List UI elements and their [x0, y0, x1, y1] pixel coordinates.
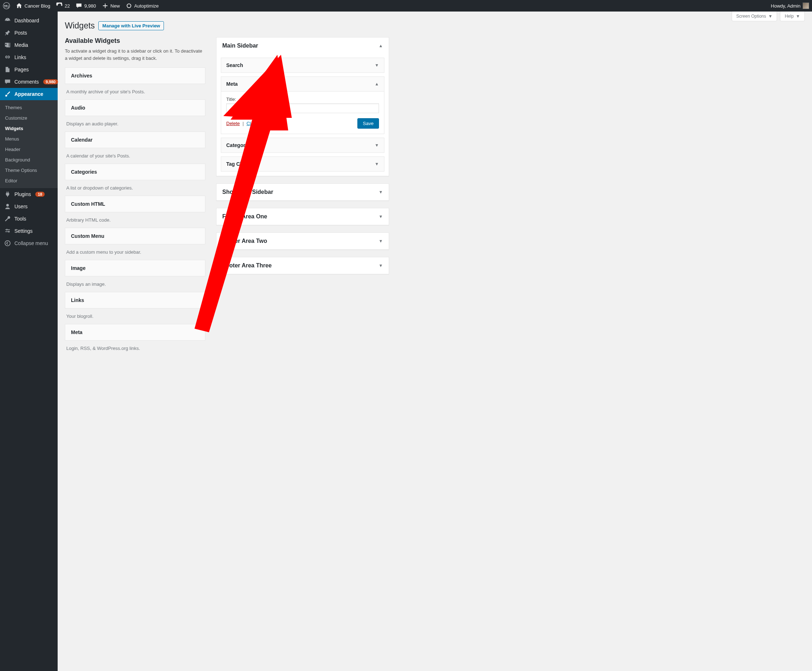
howdy-text: Howdy, Admin [771, 3, 800, 9]
screen-options-button[interactable]: Screen Options ▼ [732, 12, 777, 21]
chevron-down-icon: ▼ [379, 238, 383, 244]
wp-logo-link[interactable] [3, 2, 10, 9]
collapse-label: Collapse menu [14, 240, 48, 246]
chevron-up-icon: ▲ [379, 43, 383, 48]
menu-users-label: Users [14, 204, 28, 209]
placed-widget-meta-header[interactable]: Meta▲ [221, 77, 384, 91]
live-preview-button[interactable]: Manage with Live Preview [99, 21, 164, 30]
refresh-icon [56, 3, 63, 9]
meta-title-input[interactable] [226, 104, 379, 113]
link-icon [4, 54, 11, 61]
submenu-header[interactable]: Header [0, 144, 58, 155]
available-widget-categories[interactable]: CategoriesA list or dropdown of categori… [65, 163, 206, 191]
chevron-down-icon: ▼ [379, 189, 383, 194]
submenu-background[interactable]: Background [0, 155, 58, 165]
help-button[interactable]: Help ▼ [780, 12, 805, 21]
submenu-menus[interactable]: Menus [0, 134, 58, 144]
menu-dashboard[interactable]: Dashboard [0, 14, 58, 27]
available-widget-image[interactable]: ImageDisplays an image. [65, 260, 206, 287]
chevron-down-icon: ▼ [379, 263, 383, 268]
menu-appearance[interactable]: Appearance [0, 88, 58, 100]
admin-menu: Dashboard Posts Media Links Pages Commen… [0, 12, 58, 671]
account-link[interactable]: Howdy, Admin [771, 3, 809, 9]
screen-meta: Screen Options ▼ Help ▼ [732, 12, 805, 21]
plus-icon [102, 3, 109, 9]
menu-dashboard-label: Dashboard [14, 18, 39, 24]
menu-posts-label: Posts [14, 30, 27, 36]
page-title: Widgets [65, 21, 95, 31]
menu-pages[interactable]: Pages [0, 63, 58, 76]
updates-link[interactable]: 22 [56, 3, 70, 9]
submenu-widgets[interactable]: Widgets [0, 123, 58, 134]
site-name: Cancer Blog [24, 3, 51, 9]
menu-links[interactable]: Links [0, 51, 58, 63]
media-icon [4, 42, 11, 48]
appearance-submenu: Themes Customize Widgets Menus Header Ba… [0, 100, 58, 188]
available-widget-meta[interactable]: MetaLogin, RSS, & WordPress.org links. [65, 324, 206, 351]
meta-delete-link[interactable]: Delete [226, 121, 240, 126]
chevron-down-icon: ▼ [768, 14, 773, 19]
placed-widget-categories-header[interactable]: Categories▼ [221, 138, 384, 152]
sliders-icon [4, 228, 11, 234]
chevron-down-icon: ▼ [375, 162, 379, 167]
meta-save-button[interactable]: Save [357, 118, 379, 129]
menu-settings[interactable]: Settings [0, 225, 58, 237]
chevron-down-icon: ▼ [375, 143, 379, 148]
autoptimize-link[interactable]: Autoptimize [126, 3, 159, 9]
menu-plugins[interactable]: Plugins 18 [0, 188, 58, 200]
menu-comments-label: Comments [14, 79, 39, 85]
menu-tools[interactable]: Tools [0, 213, 58, 225]
sidebar-footer2-header[interactable]: Footer Area Two▼ [216, 233, 389, 249]
sidebar-main-header[interactable]: Main Sidebar ▲ [216, 37, 389, 54]
available-widget-calendar[interactable]: CalendarA calendar of your site's Posts. [65, 131, 206, 158]
plugins-badge: 18 [35, 192, 45, 197]
available-widget-custom-html[interactable]: Custom HTMLArbitrary HTML code. [65, 196, 206, 223]
updates-count: 22 [65, 3, 70, 9]
sidebar-footer3-header[interactable]: Footer Area Three▼ [216, 257, 389, 274]
submenu-customize[interactable]: Customize [0, 113, 58, 123]
sidebar-footer3: Footer Area Three▼ [216, 257, 389, 274]
menu-pages-label: Pages [14, 66, 29, 72]
menu-media-label: Media [14, 42, 28, 48]
comment-icon [76, 3, 82, 9]
submenu-theme-options[interactable]: Theme Options [0, 165, 58, 175]
placed-widget-search-header[interactable]: Search▼ [221, 58, 384, 72]
available-widget-links[interactable]: LinksYour blogroll. [65, 292, 206, 319]
available-widgets-title: Available Widgets [65, 37, 206, 45]
placed-widget-tag-cloud-header[interactable]: Tag Cloud▼ [221, 157, 384, 171]
pushpin-icon [4, 29, 11, 36]
submenu-editor[interactable]: Editor [0, 175, 58, 186]
menu-comments[interactable]: Comments 9,980 [0, 76, 58, 88]
available-widget-custom-menu[interactable]: Custom MenuAdd a custom menu to your sid… [65, 228, 206, 255]
menu-links-label: Links [14, 54, 26, 60]
comments-link[interactable]: 9,980 [76, 3, 96, 9]
svg-point-1 [127, 4, 131, 8]
menu-posts[interactable]: Posts [0, 27, 58, 39]
new-label: New [110, 3, 120, 9]
placed-widget-categories: Categories▼ [221, 138, 384, 153]
meta-title-label: Title: [226, 97, 379, 102]
chevron-down-icon: ▼ [796, 14, 800, 19]
available-widgets-column: Available Widgets To activate a widget d… [65, 37, 206, 356]
available-widget-archives[interactable]: ArchivesA monthly archive of your site's… [65, 67, 206, 94]
chevron-down-icon: ▼ [379, 214, 383, 219]
meta-close-link[interactable]: Close [246, 121, 258, 126]
menu-users[interactable]: Users [0, 200, 58, 213]
site-link[interactable]: Cancer Blog [16, 3, 51, 9]
sidebar-footer1: Footer Area One▼ [216, 208, 389, 225]
placed-widget-tag-cloud: Tag Cloud▼ [221, 157, 384, 172]
admin-bar: Cancer Blog 22 9,980 New Autoptimize How… [0, 0, 812, 12]
wordpress-icon [3, 2, 10, 9]
collapse-icon [4, 240, 11, 247]
sidebar-footer1-header[interactable]: Footer Area One▼ [216, 208, 389, 225]
brush-icon [4, 91, 11, 97]
chevron-down-icon: ▼ [375, 63, 379, 68]
sidebar-showcase-header[interactable]: Showcase Sidebar▼ [216, 184, 389, 200]
chevron-up-icon: ▲ [375, 82, 379, 87]
circle-icon [126, 3, 132, 9]
collapse-menu[interactable]: Collapse menu [0, 237, 58, 249]
submenu-themes[interactable]: Themes [0, 102, 58, 113]
menu-media[interactable]: Media [0, 39, 58, 51]
new-link[interactable]: New [102, 3, 120, 9]
available-widget-audio[interactable]: AudioDisplays an audio player. [65, 99, 206, 126]
